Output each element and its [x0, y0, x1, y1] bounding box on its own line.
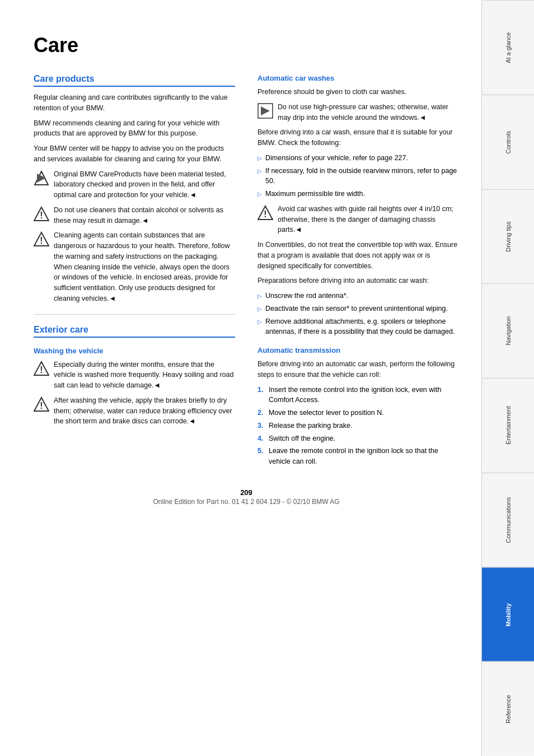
auto-transmission-steps: 1.Insert the remote control into the ign…	[257, 385, 459, 467]
bullet-item: Deactivate the rain sensor* to prevent u…	[257, 304, 459, 314]
auto-transmission-para1: Before driving into an automatic car was…	[257, 359, 459, 380]
warning-icon-4: !	[34, 396, 49, 412]
sidebar-tab-navigation[interactable]: Navigation	[482, 283, 534, 378]
auto-car-washes-bullets2: Unscrew the rod antenna*. Deactivate the…	[257, 291, 459, 337]
auto-car-washes-para2: Before driving into a car wash, ensure t…	[257, 127, 459, 148]
svg-text:!: !	[264, 209, 266, 219]
auto-car-washes-note1-text: Do not use high-pressure car washes; oth…	[278, 102, 459, 123]
step-item: 5.Leave the remote control in the igniti…	[257, 446, 459, 467]
care-warning1: ! Do not use cleaners that contain alcoh…	[34, 205, 235, 226]
sidebar-tab-entertainment[interactable]: Entertainment	[482, 378, 534, 473]
step-item: 2.Move the selector lever to position N.	[257, 408, 459, 418]
bullet-item: Remove additional attachments, e.g. spoi…	[257, 316, 459, 338]
main-content: Care Care products Regular cleaning and …	[0, 0, 481, 756]
auto-transmission-subtitle: Automatic transmission	[257, 346, 459, 354]
footer-text: Online Edition for Part no. 01 41 2 604 …	[34, 498, 459, 506]
bullet-item: Unscrew the rod antenna*.	[257, 291, 459, 301]
page-title: Care	[34, 34, 459, 57]
sidebar-tab-reference[interactable]: Reference	[482, 661, 534, 756]
care-products-para1: Regular cleaning and care contributes si…	[34, 92, 235, 114]
svg-text:!: !	[40, 236, 43, 245]
svg-text:!: !	[40, 211, 43, 220]
washing-warning2: ! After washing the vehicle, apply the b…	[34, 395, 235, 427]
svg-marker-3	[37, 174, 46, 183]
auto-car-washes-para1: Preference should be given to cloth car …	[257, 87, 459, 97]
sidebar-tab-at-a-glance[interactable]: At a glance	[482, 0, 534, 95]
step-item: 1.Insert the remote control into the ign…	[257, 385, 459, 406]
care-warning2: ! Cleaning agents can contain substances…	[34, 230, 235, 304]
care-warning2-text: Cleaning agents can contain substances t…	[54, 230, 235, 304]
auto-car-washes-warning1: ! Avoid car washes with guide rail heigh…	[257, 204, 459, 235]
auto-car-washes-warning1-text: Avoid car washes with guide rail heights…	[278, 204, 459, 235]
care-note1: Original BMW CareProducts have been mate…	[34, 169, 235, 200]
sidebar: At a glance Controls Driving tips Naviga…	[481, 0, 534, 756]
washing-subtitle: Washing the vehicle	[34, 347, 235, 355]
separator-1	[34, 314, 235, 315]
care-warning1-text: Do not use cleaners that contain alcohol…	[54, 205, 235, 226]
warning-icon-1: !	[34, 206, 49, 222]
col-left: Care products Regular cleaning and care …	[34, 74, 235, 472]
step-item: 4.Switch off the engine.	[257, 433, 459, 444]
auto-car-washes-bullets: Dimensions of your vehicle, refer to pag…	[257, 153, 459, 199]
note-icon-1	[34, 170, 49, 186]
exterior-care-title: Exterior care	[34, 325, 235, 338]
note-icon-2	[257, 103, 273, 119]
step-item: 3.Release the parking brake.	[257, 421, 459, 431]
col-right: Automatic car washes Preference should b…	[257, 74, 459, 472]
warning-icon-3: !	[34, 361, 49, 376]
auto-car-washes-note1: Do not use high-pressure car washes; oth…	[257, 102, 459, 123]
warning-icon-5: !	[257, 205, 273, 221]
washing-warning1-text: Especially during the winter months, ens…	[54, 360, 235, 391]
svg-text:!: !	[40, 401, 43, 410]
auto-car-washes-subtitle: Automatic car washes	[257, 74, 459, 82]
svg-marker-13	[261, 106, 270, 115]
auto-car-washes-para4: Preparations before driving into an auto…	[257, 276, 459, 286]
sidebar-tab-driving-tips[interactable]: Driving tips	[482, 189, 534, 284]
washing-warning2-text: After washing the vehicle, apply the bra…	[54, 395, 235, 427]
sidebar-tab-communications[interactable]: Communications	[482, 473, 534, 567]
sidebar-tab-mobility[interactable]: Mobility	[482, 567, 534, 662]
svg-text:!: !	[40, 365, 43, 375]
page-number: 209	[34, 488, 459, 497]
auto-car-washes-para3: In Convertibles, do not treat the conver…	[257, 240, 459, 271]
washing-warning1: ! Especially during the winter months, e…	[34, 360, 235, 391]
bullet-item: If necessary, fold in the outside rearvi…	[257, 166, 459, 187]
bullet-item: Maximum permissible tire width.	[257, 189, 459, 199]
bullet-item: Dimensions of your vehicle, refer to pag…	[257, 153, 459, 164]
care-products-para3: Your BMW center will be happy to advise …	[34, 143, 235, 165]
care-products-para2: BMW recommends cleaning and caring for y…	[34, 118, 235, 139]
sidebar-tab-controls[interactable]: Controls	[482, 95, 534, 189]
care-note1-text: Original BMW CareProducts have been mate…	[54, 169, 235, 200]
page-footer: 209 Online Edition for Part no. 01 41 2 …	[34, 488, 459, 506]
care-products-title: Care products	[34, 74, 235, 87]
warning-icon-2: !	[34, 231, 49, 247]
